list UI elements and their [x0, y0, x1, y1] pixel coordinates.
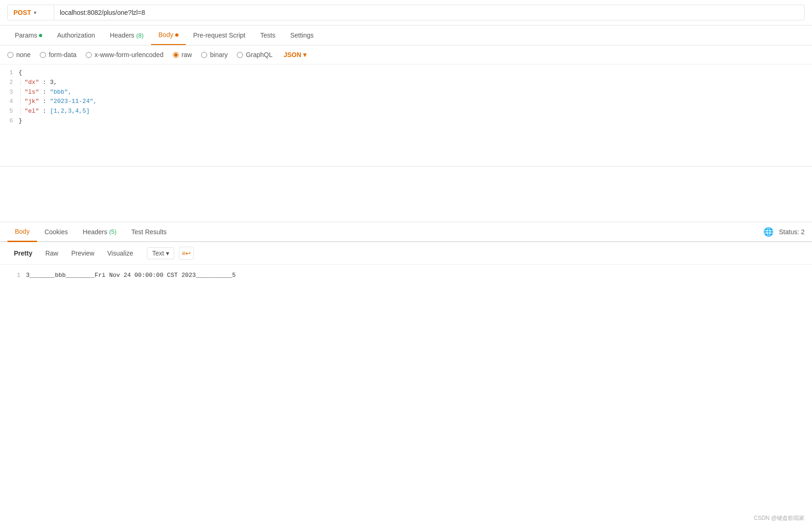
- line-number-5: 5: [0, 107, 19, 116]
- response-right-area: 🌐 Status: 2: [763, 227, 805, 237]
- url-input[interactable]: [54, 5, 805, 20]
- method-label: POST: [13, 9, 31, 16]
- format-tab-pretty[interactable]: Pretty: [7, 247, 39, 260]
- resp-line-1: 1 3_______bbb________Fri Nov 24 00:00:00…: [7, 270, 805, 281]
- tab-settings-label: Settings: [290, 32, 314, 39]
- tab-params-label: Params: [15, 32, 37, 39]
- params-dot-icon: [39, 34, 42, 37]
- method-selector[interactable]: POST ▾: [7, 5, 54, 20]
- option-graphql-label: GraphQL: [246, 51, 273, 58]
- tab-prerequest[interactable]: Pre-request Script: [186, 26, 253, 45]
- tab-params[interactable]: Params: [7, 26, 50, 45]
- option-urlencoded[interactable]: x-www-form-urlencoded: [86, 51, 164, 58]
- response-headers-badge: (5): [109, 228, 116, 235]
- line-number-2: 2: [0, 78, 19, 88]
- format-row: Pretty Raw Preview Visualize Text ▾ ≡↩: [0, 242, 812, 265]
- response-tab-headers-label: Headers: [83, 228, 108, 236]
- tab-body-label: Body: [159, 31, 173, 38]
- format-tab-preview-label: Preview: [71, 250, 95, 257]
- resp-line-content-1: 3_______bbb________Fri Nov 24 00:00:00 C…: [26, 270, 235, 281]
- response-body: 1 3_______bbb________Fri Nov 24 00:00:00…: [0, 265, 812, 286]
- json-type-label: JSON: [284, 51, 301, 58]
- headers-badge: (8): [136, 32, 144, 39]
- line-content-1: {: [19, 68, 812, 78]
- response-tab-body-label: Body: [15, 228, 30, 235]
- editor-spacer: [0, 166, 812, 222]
- response-tab-test-results-label: Test Results: [131, 228, 166, 236]
- tab-tests-label: Tests: [260, 32, 276, 39]
- request-tabs-row: Params Authorization Headers (8) Body Pr…: [0, 26, 812, 45]
- response-status: Status: 2: [779, 228, 805, 236]
- format-tab-preview[interactable]: Preview: [65, 247, 101, 260]
- code-line-1: 1 {: [0, 68, 812, 78]
- option-none-label: none: [16, 51, 31, 58]
- line-number-4: 4: [0, 97, 19, 107]
- code-line-5: 5 "el" : [1,2,3,4,5]: [0, 107, 812, 116]
- line-content-5: "el" : [1,2,3,4,5]: [19, 107, 812, 116]
- line-number-1: 1: [0, 68, 19, 78]
- json-type-selector[interactable]: JSON ▾: [284, 51, 306, 58]
- format-tab-visualize-label: Visualize: [108, 250, 133, 257]
- tab-prerequest-label: Pre-request Script: [193, 32, 246, 39]
- option-none[interactable]: none: [7, 51, 31, 58]
- response-text-label: Text: [152, 250, 164, 257]
- option-urlencoded-label: x-www-form-urlencoded: [95, 51, 164, 58]
- request-body-editor[interactable]: 1 { 2 "dx" : 3, 3 "ls" : "bbb", 4 "jk" :…: [0, 64, 812, 166]
- code-line-3: 3 "ls" : "bbb",: [0, 88, 812, 97]
- url-bar: POST ▾: [0, 0, 812, 26]
- option-binary[interactable]: binary: [201, 51, 228, 58]
- option-graphql[interactable]: GraphQL: [237, 51, 273, 58]
- json-chevron-icon: ▾: [303, 51, 306, 58]
- line-number-6: 6: [0, 116, 19, 126]
- tab-authorization[interactable]: Authorization: [50, 26, 102, 45]
- line-content-4: "jk" : "2023-11-24",: [19, 97, 812, 107]
- method-chevron-icon: ▾: [34, 10, 37, 16]
- wrap-button[interactable]: ≡↩: [179, 247, 194, 260]
- option-raw[interactable]: raw: [173, 51, 192, 58]
- format-tab-raw-label: Raw: [45, 250, 58, 257]
- tab-body[interactable]: Body: [151, 26, 186, 45]
- body-options-row: none form-data x-www-form-urlencoded raw…: [0, 45, 812, 64]
- tab-settings[interactable]: Settings: [283, 26, 321, 45]
- option-raw-label: raw: [182, 51, 192, 58]
- option-form-data[interactable]: form-data: [40, 51, 76, 58]
- format-tab-visualize[interactable]: Visualize: [101, 247, 140, 260]
- format-tab-raw[interactable]: Raw: [39, 247, 65, 260]
- format-tab-pretty-label: Pretty: [14, 250, 32, 257]
- response-tab-cookies[interactable]: Cookies: [37, 223, 76, 241]
- tab-headers[interactable]: Headers (8): [102, 26, 151, 45]
- resp-line-number-1: 1: [7, 270, 26, 281]
- response-tab-headers[interactable]: Headers (5): [76, 223, 124, 241]
- code-line-6: 6 }: [0, 116, 812, 126]
- line-content-3: "ls" : "bbb",: [19, 88, 812, 97]
- line-content-6: }: [19, 116, 812, 126]
- line-number-3: 3: [0, 88, 19, 97]
- option-form-data-label: form-data: [49, 51, 76, 58]
- response-tabs-row: Body Cookies Headers (5) Test Results 🌐 …: [0, 222, 812, 242]
- response-tab-test-results[interactable]: Test Results: [124, 223, 174, 241]
- tab-tests[interactable]: Tests: [253, 26, 283, 45]
- response-text-chevron-icon: ▾: [166, 250, 169, 257]
- tab-headers-label: Headers: [110, 32, 134, 39]
- response-tab-body[interactable]: Body: [7, 222, 37, 242]
- line-content-2: "dx" : 3,: [19, 78, 812, 88]
- code-line-2: 2 "dx" : 3,: [0, 78, 812, 88]
- tab-authorization-label: Authorization: [57, 32, 95, 39]
- option-binary-label: binary: [210, 51, 228, 58]
- response-tab-cookies-label: Cookies: [44, 228, 68, 236]
- code-line-4: 4 "jk" : "2023-11-24",: [0, 97, 812, 107]
- globe-icon: 🌐: [763, 227, 774, 237]
- body-dot-icon: [175, 33, 178, 37]
- wrap-icon: ≡↩: [182, 250, 191, 257]
- response-text-selector[interactable]: Text ▾: [147, 247, 174, 259]
